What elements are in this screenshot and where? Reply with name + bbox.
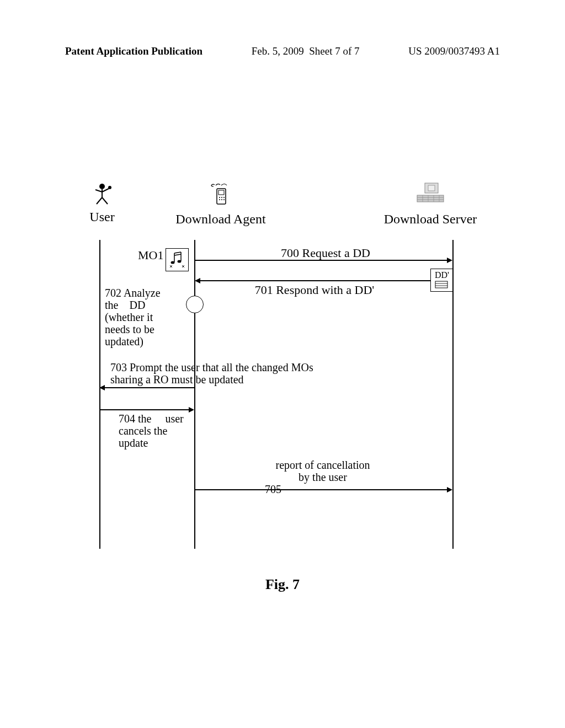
actor-user-label: User <box>77 210 127 224</box>
svg-line-5 <box>102 197 108 204</box>
arrow-703 <box>105 387 194 388</box>
dd-prime-box: DD' <box>430 269 454 292</box>
mo1-label: MO1 <box>138 248 163 263</box>
header-date-sheet: Feb. 5, 2009 Sheet 7 of 7 <box>252 45 360 57</box>
svg-rect-7 <box>217 189 226 204</box>
arrowhead-700 <box>447 258 452 263</box>
svg-point-0 <box>99 184 105 189</box>
server-icon <box>415 182 446 210</box>
actor-agent-label: Download Agent <box>160 212 281 227</box>
svg-point-13 <box>221 199 222 200</box>
arrowhead-703 <box>99 385 105 390</box>
svg-rect-26 <box>435 281 447 288</box>
actor-download-agent: Download Agent <box>160 182 281 227</box>
step-703: 703 Prompt the user that all the changed… <box>110 361 313 386</box>
svg-point-10 <box>221 197 222 198</box>
svg-rect-17 <box>417 195 444 202</box>
arrowhead-704 <box>189 407 194 413</box>
step-702: 702 Analyze the DD (whether it needs to … <box>105 287 161 347</box>
msg-701: 701 Respond with a DD' <box>232 283 397 297</box>
actor-user: User <box>77 182 127 224</box>
step-704: 704 the user cancels the update <box>119 413 184 449</box>
phone-icon <box>208 182 233 210</box>
svg-point-24 <box>171 261 175 264</box>
step-705: report of cancellation by the user 705 <box>226 459 419 495</box>
music-icon <box>167 249 188 272</box>
sequence-diagram: User Download Agent <box>77 182 491 546</box>
figure-caption: Fig. 7 <box>0 576 565 593</box>
person-icon <box>91 182 113 207</box>
self-action-circle <box>186 296 204 313</box>
svg-line-2 <box>95 190 102 192</box>
svg-point-11 <box>223 197 225 198</box>
svg-rect-16 <box>428 185 435 191</box>
header-publication: Patent Application Publication <box>65 45 202 57</box>
actor-download-server: Download Server <box>375 182 486 227</box>
lifeline-user <box>99 240 100 549</box>
mo1-box <box>166 248 189 271</box>
arrowhead-705 <box>447 487 452 493</box>
arrow-704 <box>100 409 189 410</box>
lifeline-agent <box>194 240 195 549</box>
header-patent-number: US 2009/0037493 A1 <box>408 45 500 57</box>
svg-point-9 <box>219 197 220 198</box>
arrow-701 <box>200 280 430 281</box>
svg-point-14 <box>223 199 225 200</box>
svg-rect-8 <box>218 190 224 195</box>
page-header: Patent Application Publication Feb. 5, 2… <box>65 45 500 57</box>
msg-700: 700 Request a DD <box>243 246 408 260</box>
svg-line-3 <box>102 189 109 192</box>
svg-point-6 <box>108 186 111 189</box>
svg-point-25 <box>178 260 182 263</box>
arrowhead-701 <box>195 278 200 283</box>
actor-server-label: Download Server <box>375 212 486 227</box>
svg-point-12 <box>219 199 220 200</box>
svg-line-4 <box>97 197 102 204</box>
